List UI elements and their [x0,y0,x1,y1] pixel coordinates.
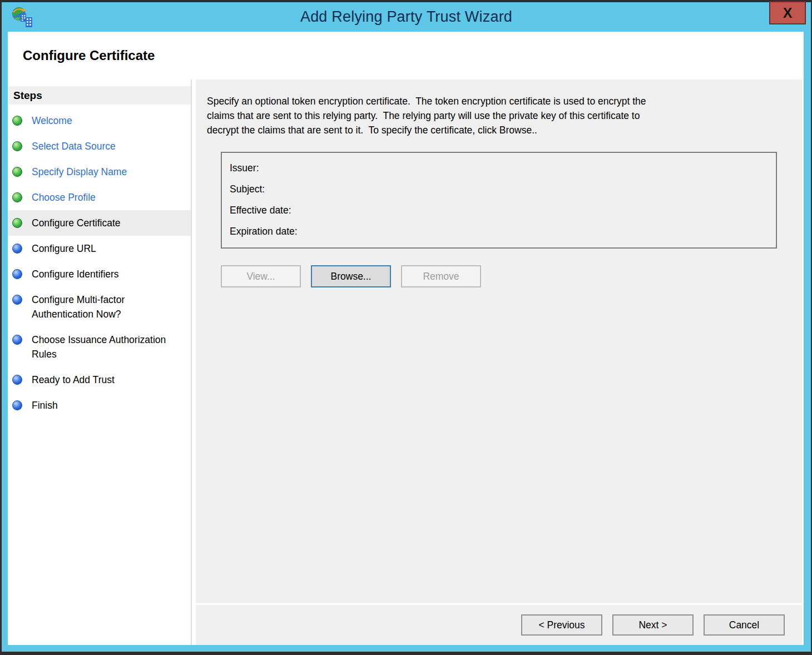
sidebar-item-configure-multi-factor-authentication-now: Configure Multi-factor Authentication No… [8,287,191,327]
next-button[interactable]: Next > [612,614,694,636]
close-button[interactable]: X [769,1,806,24]
sidebar-item-choose-issuance-authorization-rules: Choose Issuance Authorization Rules [8,327,191,367]
sidebar-item-specify-display-name[interactable]: Specify Display Name [8,159,191,185]
step-label: Choose Profile [32,190,96,205]
sidebar-item-configure-identifiers: Configure Identifiers [8,261,191,287]
step-status-icon [12,375,22,385]
step-label: Select Data Source [32,139,116,153]
certificate-field-label: Subject: [230,181,776,202]
browse-button[interactable]: Browse... [311,265,391,287]
steps-heading: Steps [8,86,191,105]
sidebar-divider [192,80,196,645]
step-status-icon [12,400,22,410]
remove-button: Remove [401,265,481,287]
step-label: Configure URL [32,241,96,256]
step-label: Finish [32,398,58,413]
step-status-icon [12,192,22,202]
adfs-icon [11,6,33,28]
step-label: Configure Multi-factor Authentication No… [32,292,187,321]
step-status-icon [12,141,22,151]
steps-list: WelcomeSelect Data SourceSpecify Display… [8,108,191,418]
sidebar-item-welcome[interactable]: Welcome [8,108,191,133]
step-status-icon [12,218,22,228]
wizard-window: Add Relying Party Trust Wizard X Configu… [2,2,811,652]
step-status-icon [12,244,22,254]
sidebar-item-choose-profile[interactable]: Choose Profile [8,185,191,210]
footer-bar: < PreviousNext >Cancel [196,603,802,645]
content-panel: Specify an optional token encryption cer… [196,80,802,645]
certificate-field-label: Expiration date: [230,223,776,244]
cancel-button[interactable]: Cancel [704,614,785,636]
steps-sidebar: Steps WelcomeSelect Data SourceSpecify D… [8,80,192,645]
step-status-icon [12,295,22,305]
certificate-actions: View...Browse...Remove [221,265,802,287]
previous-button[interactable]: < Previous [521,614,602,636]
step-status-icon [12,335,22,345]
description-line: decrypt the claims that are sent to it. … [207,123,802,137]
page-title: Configure Certificate [23,48,155,63]
sidebar-item-select-data-source[interactable]: Select Data Source [8,133,191,159]
description-text: Specify an optional token encryption cer… [207,94,802,137]
sidebar-item-finish: Finish [8,393,191,418]
title-bar: Add Relying Party Trust Wizard X [2,2,811,32]
step-label: Ready to Add Trust [32,373,115,387]
step-label: Configure Identifiers [32,267,119,281]
step-label: Welcome [32,113,72,128]
sidebar-item-configure-certificate: Configure Certificate [8,210,191,236]
view-button: View... [221,265,301,287]
step-status-icon [12,269,22,279]
step-status-icon [12,116,22,126]
step-label: Choose Issuance Authorization Rules [32,333,187,361]
step-label: Configure Certificate [32,216,121,230]
step-label: Specify Display Name [32,165,127,179]
description-line: Specify an optional token encryption cer… [207,94,802,108]
sidebar-item-ready-to-add-trust: Ready to Add Trust [8,367,191,393]
page-header: Configure Certificate [8,32,802,80]
certificate-details-box: Issuer:Subject:Effective date:Expiration… [221,152,777,249]
description-line: claims that are sent to this relying par… [207,108,802,123]
certificate-field-label: Issuer: [230,160,776,181]
step-status-icon [12,167,22,177]
sidebar-item-configure-url: Configure URL [8,236,191,261]
certificate-field-label: Effective date: [230,202,776,223]
window-title: Add Relying Party Trust Wizard [300,8,512,26]
